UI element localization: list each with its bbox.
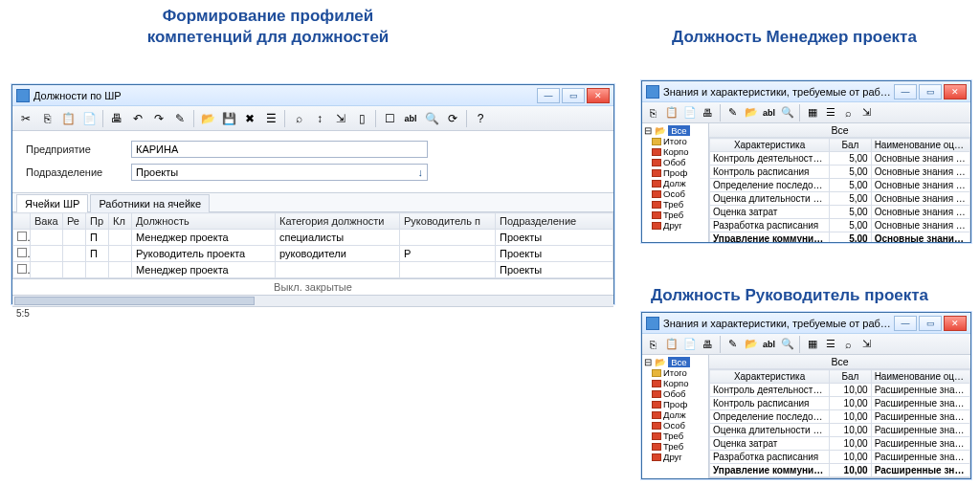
titlebar[interactable]: Должности по ШР — ▭ ✕ <box>12 85 613 106</box>
help-icon[interactable]: ? <box>471 109 490 128</box>
redo-icon[interactable]: ↷ <box>149 109 168 128</box>
paste2-icon[interactable]: 📄 <box>681 336 698 352</box>
table-row[interactable]: Контроль деятельности пр...5,00Основные … <box>710 152 970 166</box>
tree-icon[interactable]: ☰ <box>261 109 280 128</box>
export-icon[interactable]: ⇲ <box>858 104 875 121</box>
titlebar[interactable]: Знания и характеристики, требуемые от ра… <box>642 313 970 334</box>
maximize-button[interactable]: ▭ <box>562 88 585 103</box>
tree-icon[interactable]: ☰ <box>822 336 838 352</box>
copy-icon[interactable]: ⎘ <box>37 109 56 128</box>
page-icon[interactable]: ▯ <box>352 109 371 128</box>
refresh-icon[interactable]: ⟳ <box>443 109 462 128</box>
positions-grid[interactable]: ВакаРеПрКлДолжностьКатегория должностиРу… <box>12 212 613 278</box>
tree-node[interactable]: Итого <box>644 367 706 378</box>
doc-icon[interactable]: ☐ <box>380 109 399 128</box>
col-header[interactable]: Подразделение <box>496 213 613 230</box>
dept-input[interactable]: Проекты ↓ <box>131 164 428 181</box>
maximize-button[interactable]: ▭ <box>919 84 942 99</box>
grid-icon[interactable]: ▦ <box>804 104 820 121</box>
abl-icon[interactable]: abl <box>401 109 420 128</box>
delete-icon[interactable]: ✖ <box>240 109 259 128</box>
filter-icon[interactable]: ⌕ <box>840 104 857 121</box>
table-row[interactable]: Оценка затрат5,00Основные знания и умени… <box>710 206 970 219</box>
close-button[interactable]: ✕ <box>587 88 610 103</box>
col-header[interactable]: Наименование оценки <box>871 139 969 152</box>
col-header[interactable]: Пр <box>86 213 109 230</box>
table-row[interactable]: Оценка длительности работ10,00Расширенны… <box>710 424 970 437</box>
tree-node[interactable]: Треб <box>644 210 706 220</box>
tree-node[interactable]: Обоб <box>644 157 706 167</box>
new-icon[interactable]: ✎ <box>724 336 741 352</box>
tree-root[interactable]: ⊟ 📂 Все <box>644 357 706 367</box>
minimize-button[interactable]: — <box>894 316 917 331</box>
table-row[interactable]: Оценка затрат10,00Расширенные знания и у… <box>710 437 970 451</box>
export-icon[interactable]: ⇲ <box>331 109 350 128</box>
print-icon[interactable]: 🖶 <box>700 336 716 352</box>
tree-node[interactable]: Друг <box>644 452 706 462</box>
dropdown-icon[interactable]: ↓ <box>418 166 424 178</box>
table-row[interactable]: Управление коммуникациями10,00Расширенны… <box>710 464 970 477</box>
table-row[interactable]: Контроль расписания5,00Основные знания и… <box>710 166 970 179</box>
tab-0[interactable]: Ячейки ШР <box>16 194 88 212</box>
col-header[interactable]: Характеристика <box>710 139 830 152</box>
h-scrollbar[interactable] <box>12 295 613 306</box>
open-icon[interactable]: 📂 <box>743 104 759 121</box>
col-header[interactable]: Характеристика <box>710 370 830 384</box>
find-icon[interactable]: 🔍 <box>779 336 795 352</box>
paste-icon[interactable]: 📋 <box>663 104 679 121</box>
table-row[interactable]: ПРуководитель проектаруководителиРПроект… <box>13 246 613 262</box>
copy-icon[interactable]: ⎘ <box>645 104 661 121</box>
titlebar[interactable]: Знания и характеристики, требуемые от ра… <box>642 81 970 102</box>
col-header[interactable]: Кл <box>109 213 132 230</box>
paste2-icon[interactable]: 📄 <box>79 109 99 128</box>
close-button[interactable]: ✕ <box>944 316 967 331</box>
h-scrollbar[interactable] <box>709 477 970 478</box>
tree-node[interactable]: Долж <box>644 178 706 188</box>
save-icon[interactable]: 💾 <box>219 109 238 128</box>
table-row[interactable]: Определение последовате...5,00Основные з… <box>710 179 970 192</box>
tree-node[interactable]: Треб <box>644 441 706 452</box>
table-row[interactable]: Оценка длительности работ5,00Основные зн… <box>710 192 970 206</box>
col-header[interactable]: Наименование оценки <box>871 370 969 384</box>
tree-icon[interactable]: ☰ <box>822 104 838 121</box>
find-icon[interactable]: 🔍 <box>779 104 795 121</box>
skills-grid[interactable]: ХарактеристикаБалНаименование оценки Кон… <box>709 369 970 477</box>
col-header[interactable] <box>13 213 31 230</box>
export-icon[interactable]: ⇲ <box>858 336 875 352</box>
paste2-icon[interactable]: 📄 <box>681 104 698 121</box>
category-tree[interactable]: ⊟ 📂 ВсеИтогоКорпоОбобПрофДолжОсобТребТре… <box>642 355 709 478</box>
col-header[interactable]: Вака <box>31 213 63 230</box>
filter-icon[interactable]: ⌕ <box>840 336 857 352</box>
table-row[interactable]: Контроль деятельности проекта10,00Расшир… <box>710 384 970 397</box>
company-input[interactable]: КАРИНА <box>131 141 428 158</box>
skills-grid[interactable]: ХарактеристикаБалНаименование оценки Кон… <box>709 138 970 242</box>
table-row[interactable]: Определение последовательности...10,00Ра… <box>710 410 970 424</box>
abl-icon[interactable]: abl <box>761 104 777 121</box>
tree-node[interactable]: Обоб <box>644 388 706 399</box>
close-button[interactable]: ✕ <box>944 84 967 99</box>
print-icon[interactable]: 🖶 <box>107 109 126 128</box>
find-icon[interactable]: 🔍 <box>422 109 441 128</box>
table-row[interactable]: Управление коммуник...5,00Основные знани… <box>710 232 970 243</box>
table-row[interactable]: Разработка расписания10,00Расширенные зн… <box>710 451 970 464</box>
open-icon[interactable]: 📂 <box>743 336 759 352</box>
tree-node[interactable]: Особ <box>644 188 706 199</box>
col-header[interactable]: Руководитель п <box>400 213 496 230</box>
tree-node[interactable]: Проф <box>644 399 706 409</box>
sort-icon[interactable]: ↕ <box>310 109 329 128</box>
category-tree[interactable]: ⊟ 📂 ВсеИтогоКорпоОбобПрофДолжОсобТребТре… <box>642 123 709 242</box>
tree-node[interactable]: Друг <box>644 220 706 231</box>
col-header[interactable]: Должность <box>132 213 276 230</box>
print-icon[interactable]: 🖶 <box>700 104 716 121</box>
maximize-button[interactable]: ▭ <box>919 316 942 331</box>
abl-icon[interactable]: abl <box>761 336 777 352</box>
table-row[interactable]: Разработка расписания5,00Основные знания… <box>710 219 970 232</box>
grid-icon[interactable]: ▦ <box>804 336 820 352</box>
tree-node[interactable]: Долж <box>644 409 706 420</box>
col-header[interactable]: Категория должности <box>276 213 400 230</box>
filter-icon[interactable]: ⌕ <box>289 109 308 128</box>
tree-node[interactable]: Треб <box>644 431 706 441</box>
minimize-button[interactable]: — <box>537 88 560 103</box>
col-header[interactable]: Бал <box>830 370 872 384</box>
cut-icon[interactable]: ✂ <box>16 109 35 128</box>
